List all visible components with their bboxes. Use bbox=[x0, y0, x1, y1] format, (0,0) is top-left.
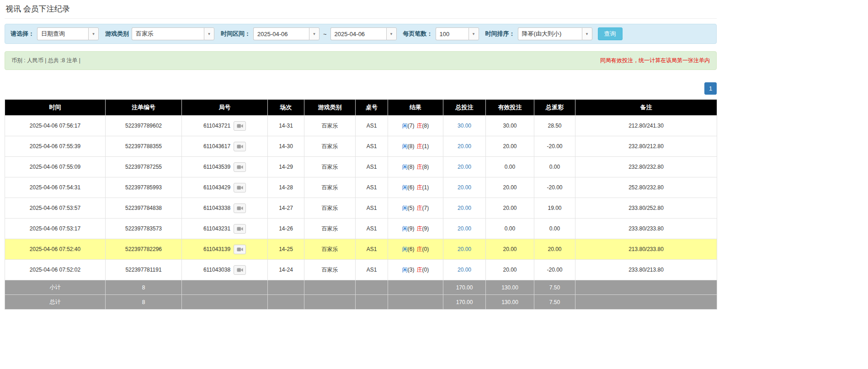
result-banker-score: (7) bbox=[422, 205, 429, 211]
summary-empty-cell bbox=[268, 280, 304, 295]
date-from-dropdown-button[interactable]: ▾ bbox=[309, 27, 320, 40]
round-id-text: 611043539 bbox=[203, 164, 230, 170]
page: 视讯 会员下注纪录 请选择： ▾ 游戏类别 ▾ 时间区间： ▾ ~ ▾ 每页笔数… bbox=[5, 0, 717, 310]
cell-valid-bet: 0.00 bbox=[486, 157, 534, 177]
result-banker-score: (1) bbox=[422, 143, 429, 150]
cell-session: 14-30 bbox=[268, 136, 304, 157]
total-bet-link[interactable]: 30.00 bbox=[458, 123, 471, 129]
cell-valid-bet: 20.00 bbox=[486, 198, 534, 219]
page-header: 视讯 会员下注纪录 bbox=[5, 0, 717, 19]
video-replay-button[interactable] bbox=[234, 224, 246, 234]
summary-empty-cell bbox=[182, 280, 268, 295]
table-row: 2025-04-06 07:53:57 522397784838 6110433… bbox=[5, 198, 717, 219]
summary-empty-cell bbox=[356, 295, 388, 310]
video-replay-button[interactable] bbox=[234, 162, 246, 172]
page-size-input[interactable] bbox=[436, 27, 469, 40]
table-header-row: 时间注单编号局号场次游戏类别桌号结果总投注有效投注总派彩备注 bbox=[5, 100, 717, 116]
game-type-label: 游戏类别 bbox=[105, 30, 129, 38]
cell-time: 2025-04-06 07:55:09 bbox=[5, 157, 106, 177]
summary-payout: 7.50 bbox=[534, 295, 575, 310]
cell-table-no: AS1 bbox=[356, 136, 388, 157]
summary-empty-cell bbox=[356, 280, 388, 295]
summary-empty-cell bbox=[388, 295, 443, 310]
result-player-label: 闲 bbox=[402, 205, 408, 211]
table-row: 2025-04-06 07:55:39 522397788355 6110436… bbox=[5, 136, 717, 157]
result-banker-score: (8) bbox=[422, 164, 429, 170]
cell-time: 2025-04-06 07:54:31 bbox=[5, 177, 106, 198]
result-banker-label: 庄 bbox=[417, 164, 422, 170]
range-separator: ~ bbox=[323, 31, 327, 37]
date-from-combo: ▾ bbox=[253, 27, 320, 40]
sort-dropdown-button[interactable]: ▾ bbox=[582, 27, 592, 40]
pagination: 1 bbox=[5, 82, 717, 95]
column-header: 注单编号 bbox=[106, 100, 182, 116]
cell-valid-bet: 30.00 bbox=[486, 116, 534, 136]
video-replay-button[interactable] bbox=[234, 203, 246, 213]
cell-payout: -20.00 bbox=[534, 177, 575, 198]
cell-note: 233.80/252.80 bbox=[575, 198, 717, 219]
table-footer: 小计 8 170.00 130.00 7.50 总计 8 170.00 130.… bbox=[5, 280, 717, 310]
result-banker-label: 庄 bbox=[417, 143, 422, 150]
cell-payout: -20.00 bbox=[534, 136, 575, 157]
round-id-text: 611043617 bbox=[203, 143, 230, 150]
summary-count: 8 bbox=[106, 280, 182, 295]
cell-round-id: 611043139 bbox=[182, 239, 268, 260]
query-type-input[interactable] bbox=[37, 27, 88, 40]
game-type-input[interactable] bbox=[132, 27, 204, 40]
cell-round-id: 611043429 bbox=[182, 177, 268, 198]
summary-empty-cell bbox=[388, 280, 443, 295]
total-bet-link[interactable]: 20.00 bbox=[458, 267, 471, 273]
cell-table-no: AS1 bbox=[356, 219, 388, 239]
cell-time: 2025-04-06 07:53:57 bbox=[5, 198, 106, 219]
date-to-input[interactable] bbox=[330, 27, 386, 40]
date-from-input[interactable] bbox=[253, 27, 309, 40]
result-banker-label: 庄 bbox=[417, 225, 422, 232]
game-type-dropdown-button[interactable]: ▾ bbox=[204, 27, 214, 40]
video-camera-icon bbox=[237, 185, 243, 190]
total-bet-link[interactable]: 20.00 bbox=[458, 246, 471, 252]
video-camera-icon bbox=[237, 247, 243, 252]
result-banker-score: (8) bbox=[422, 123, 429, 129]
search-button[interactable]: 查询 bbox=[598, 27, 623, 40]
total-bet-link[interactable]: 20.00 bbox=[458, 164, 471, 170]
result-player-label: 闲 bbox=[402, 123, 408, 129]
cell-payout: -20.00 bbox=[534, 260, 575, 280]
cell-session: 14-24 bbox=[268, 260, 304, 280]
total-bet-link[interactable]: 20.00 bbox=[458, 205, 471, 211]
table-row: 2025-04-06 07:52:40 522397782296 6110431… bbox=[5, 239, 717, 260]
summary-right-text: 同局有效投注，统一计算在该局第一张注单内 bbox=[600, 57, 710, 64]
total-bet-link[interactable]: 20.00 bbox=[458, 225, 471, 232]
round-id-text: 611043721 bbox=[203, 123, 230, 129]
result-banker-score: (0) bbox=[422, 246, 429, 252]
video-replay-button[interactable] bbox=[234, 183, 246, 193]
page-size-dropdown-button[interactable]: ▾ bbox=[469, 27, 479, 40]
video-replay-button[interactable] bbox=[234, 121, 246, 131]
cell-table-no: AS1 bbox=[356, 260, 388, 280]
round-id-text: 611043338 bbox=[203, 205, 230, 211]
query-type-dropdown-button[interactable]: ▾ bbox=[88, 27, 99, 40]
video-replay-button[interactable] bbox=[234, 265, 246, 275]
cell-round-id: 611043338 bbox=[182, 198, 268, 219]
total-bet-link[interactable]: 20.00 bbox=[458, 143, 471, 150]
date-to-dropdown-button[interactable]: ▾ bbox=[386, 27, 397, 40]
cell-time: 2025-04-06 07:52:02 bbox=[5, 260, 106, 280]
result-player-score: (7) bbox=[408, 123, 415, 129]
sort-combo: ▾ bbox=[518, 27, 592, 40]
cell-note: 213.80/233.80 bbox=[575, 239, 717, 260]
summary-empty-cell bbox=[304, 280, 356, 295]
cell-note: 232.80/232.80 bbox=[575, 157, 717, 177]
cell-result: 闲(8)庄(1) bbox=[388, 136, 443, 157]
video-replay-button[interactable] bbox=[234, 245, 246, 254]
cell-round-id: 611043038 bbox=[182, 260, 268, 280]
page-size-label: 每页笔数： bbox=[403, 30, 433, 38]
summary-empty-cell bbox=[304, 295, 356, 310]
total-bet-link[interactable]: 20.00 bbox=[458, 184, 471, 191]
cell-result: 闲(7)庄(8) bbox=[388, 116, 443, 136]
video-replay-button[interactable] bbox=[234, 142, 246, 151]
cell-table-no: AS1 bbox=[356, 157, 388, 177]
cell-payout: 19.00 bbox=[534, 198, 575, 219]
column-header: 时间 bbox=[5, 100, 106, 116]
sort-input[interactable] bbox=[518, 27, 582, 40]
result-player-label: 闲 bbox=[402, 267, 408, 273]
pagination-page-1[interactable]: 1 bbox=[704, 82, 717, 95]
